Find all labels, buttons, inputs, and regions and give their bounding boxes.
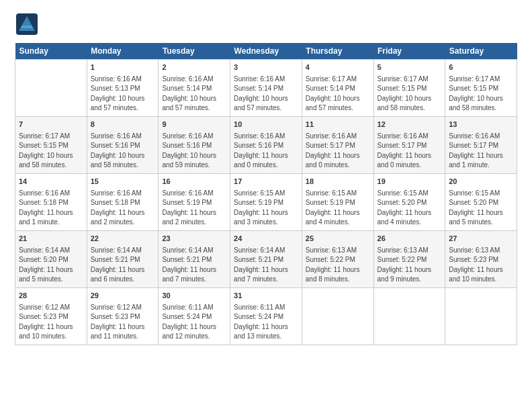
day-number: 24 [234,234,298,244]
day-info: Sunrise: 6:12 AMSunset: 5:23 PMDaylight:… [19,304,73,340]
day-number: 12 [378,120,442,130]
calendar-cell: 26Sunrise: 6:13 AMSunset: 5:22 PMDayligh… [373,230,445,287]
calendar-cell [445,287,517,345]
logo [15,12,40,36]
day-number: 2 [162,62,226,73]
calendar-cell: 7Sunrise: 6:17 AMSunset: 5:15 PMDaylight… [15,116,87,173]
day-info: Sunrise: 6:15 AMSunset: 5:20 PMDaylight:… [449,189,503,226]
week-row-1: 1Sunrise: 6:16 AMSunset: 5:13 PMDaylight… [15,60,517,117]
day-info: Sunrise: 6:15 AMSunset: 5:19 PMDaylight:… [234,189,288,226]
day-number: 28 [19,291,83,302]
day-info: Sunrise: 6:16 AMSunset: 5:17 PMDaylight:… [449,132,503,169]
day-info: Sunrise: 6:16 AMSunset: 5:17 PMDaylight:… [378,132,432,169]
calendar-cell: 30Sunrise: 6:11 AMSunset: 5:24 PMDayligh… [159,287,230,345]
calendar-cell: 13Sunrise: 6:16 AMSunset: 5:17 PMDayligh… [445,116,517,173]
day-info: Sunrise: 6:13 AMSunset: 5:22 PMDaylight:… [378,246,432,283]
day-info: Sunrise: 6:14 AMSunset: 5:21 PMDaylight:… [91,246,145,283]
day-number: 19 [378,177,442,187]
calendar-cell: 6Sunrise: 6:17 AMSunset: 5:15 PMDaylight… [445,60,517,117]
calendar-cell: 23Sunrise: 6:14 AMSunset: 5:21 PMDayligh… [159,230,230,287]
calendar-cell: 12Sunrise: 6:16 AMSunset: 5:17 PMDayligh… [373,116,445,173]
day-info: Sunrise: 6:16 AMSunset: 5:16 PMDaylight:… [162,132,216,169]
week-row-4: 21Sunrise: 6:14 AMSunset: 5:20 PMDayligh… [15,230,517,287]
day-number: 25 [306,234,370,244]
day-number: 10 [234,120,298,130]
day-number: 22 [91,234,155,244]
day-number: 18 [306,177,370,187]
weekday-monday: Monday [87,43,159,60]
day-info: Sunrise: 6:17 AMSunset: 5:14 PMDaylight:… [306,75,360,112]
calendar-cell: 8Sunrise: 6:16 AMSunset: 5:16 PMDaylight… [87,116,159,173]
day-number: 26 [378,234,442,244]
day-info: Sunrise: 6:11 AMSunset: 5:24 PMDaylight:… [162,304,216,340]
day-number: 16 [162,177,226,187]
day-info: Sunrise: 6:16 AMSunset: 5:17 PMDaylight:… [306,132,360,169]
day-info: Sunrise: 6:16 AMSunset: 5:14 PMDaylight:… [234,75,288,112]
calendar-cell: 28Sunrise: 6:12 AMSunset: 5:23 PMDayligh… [15,287,87,345]
svg-rect-2 [21,26,32,28]
calendar-cell: 19Sunrise: 6:15 AMSunset: 5:20 PMDayligh… [373,173,445,230]
day-info: Sunrise: 6:14 AMSunset: 5:20 PMDaylight:… [19,246,73,283]
calendar-cell: 29Sunrise: 6:12 AMSunset: 5:23 PMDayligh… [87,287,159,345]
day-number: 29 [91,291,155,302]
calendar-cell: 27Sunrise: 6:13 AMSunset: 5:23 PMDayligh… [445,230,517,287]
day-info: Sunrise: 6:14 AMSunset: 5:21 PMDaylight:… [162,246,216,283]
day-info: Sunrise: 6:14 AMSunset: 5:21 PMDaylight:… [234,246,288,283]
calendar-cell: 11Sunrise: 6:16 AMSunset: 5:17 PMDayligh… [302,116,373,173]
day-number: 17 [234,177,298,187]
calendar-cell: 9Sunrise: 6:16 AMSunset: 5:16 PMDaylight… [159,116,230,173]
week-row-3: 14Sunrise: 6:16 AMSunset: 5:18 PMDayligh… [15,173,517,230]
day-info: Sunrise: 6:17 AMSunset: 5:15 PMDaylight:… [378,75,432,112]
day-info: Sunrise: 6:17 AMSunset: 5:15 PMDaylight:… [449,75,503,112]
calendar-cell: 18Sunrise: 6:15 AMSunset: 5:19 PMDayligh… [302,173,373,230]
calendar-table: SundayMondayTuesdayWednesdayThursdayFrid… [15,43,517,345]
calendar-cell: 4Sunrise: 6:17 AMSunset: 5:14 PMDaylight… [302,60,373,117]
day-number: 7 [19,120,83,130]
day-info: Sunrise: 6:15 AMSunset: 5:19 PMDaylight:… [306,189,360,226]
day-number: 9 [162,120,226,130]
main-container: SundayMondayTuesdayWednesdayThursdayFrid… [0,0,532,353]
day-info: Sunrise: 6:16 AMSunset: 5:16 PMDaylight:… [91,132,145,169]
calendar-cell: 16Sunrise: 6:16 AMSunset: 5:19 PMDayligh… [159,173,230,230]
calendar-cell: 3Sunrise: 6:16 AMSunset: 5:14 PMDaylight… [230,60,302,117]
day-number: 23 [162,234,226,244]
weekday-sunday: Sunday [15,43,87,60]
day-number: 14 [19,177,83,187]
day-info: Sunrise: 6:16 AMSunset: 5:18 PMDaylight:… [91,189,145,226]
calendar-cell [15,60,87,117]
day-number: 8 [91,120,155,130]
calendar-cell: 22Sunrise: 6:14 AMSunset: 5:21 PMDayligh… [87,230,159,287]
calendar-cell: 5Sunrise: 6:17 AMSunset: 5:15 PMDaylight… [373,60,445,117]
calendar-cell: 31Sunrise: 6:11 AMSunset: 5:24 PMDayligh… [230,287,302,345]
day-number: 21 [19,234,83,244]
calendar-cell: 14Sunrise: 6:16 AMSunset: 5:18 PMDayligh… [15,173,87,230]
weekday-tuesday: Tuesday [159,43,230,60]
calendar-cell: 10Sunrise: 6:16 AMSunset: 5:16 PMDayligh… [230,116,302,173]
day-number: 1 [91,62,155,73]
day-info: Sunrise: 6:12 AMSunset: 5:23 PMDaylight:… [91,304,145,340]
day-number: 4 [306,62,370,73]
week-row-5: 28Sunrise: 6:12 AMSunset: 5:23 PMDayligh… [15,287,517,345]
logo-icon [15,12,39,36]
day-info: Sunrise: 6:13 AMSunset: 5:22 PMDaylight:… [306,246,360,283]
calendar-cell: 1Sunrise: 6:16 AMSunset: 5:13 PMDaylight… [87,60,159,117]
day-info: Sunrise: 6:15 AMSunset: 5:20 PMDaylight:… [378,189,432,226]
day-number: 20 [449,177,513,187]
day-number: 27 [449,234,513,244]
day-number: 11 [306,120,370,130]
calendar-cell [373,287,445,345]
day-info: Sunrise: 6:16 AMSunset: 5:18 PMDaylight:… [19,189,73,226]
calendar-cell: 2Sunrise: 6:16 AMSunset: 5:14 PMDaylight… [159,60,230,117]
calendar-cell: 21Sunrise: 6:14 AMSunset: 5:20 PMDayligh… [15,230,87,287]
calendar-cell: 15Sunrise: 6:16 AMSunset: 5:18 PMDayligh… [87,173,159,230]
day-info: Sunrise: 6:11 AMSunset: 5:24 PMDaylight:… [234,304,288,340]
day-info: Sunrise: 6:16 AMSunset: 5:16 PMDaylight:… [234,132,288,169]
day-info: Sunrise: 6:16 AMSunset: 5:19 PMDaylight:… [162,189,216,226]
day-info: Sunrise: 6:16 AMSunset: 5:13 PMDaylight:… [91,75,145,112]
day-number: 5 [378,62,442,73]
day-number: 13 [449,120,513,130]
calendar-cell: 20Sunrise: 6:15 AMSunset: 5:20 PMDayligh… [445,173,517,230]
day-number: 3 [234,62,298,73]
weekday-wednesday: Wednesday [230,43,302,60]
weekday-saturday: Saturday [445,43,517,60]
